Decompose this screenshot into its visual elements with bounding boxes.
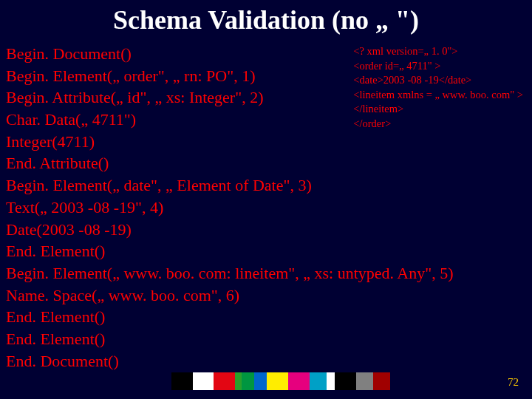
api-call-line: Begin. Element(„ www. boo. com: lineitem… bbox=[6, 262, 526, 284]
api-call-line: Text(„ 2003 -08 -19", 4) bbox=[6, 197, 526, 219]
xml-line: </lineitem> bbox=[353, 102, 523, 117]
api-call-line: End. Element() bbox=[6, 328, 526, 350]
color-segment bbox=[288, 372, 310, 390]
api-call-line: Integer(4711) bbox=[6, 131, 526, 153]
api-call-line: End. Attribute() bbox=[6, 152, 526, 174]
color-segment bbox=[193, 372, 214, 390]
xml-line: </order> bbox=[353, 117, 523, 132]
xml-line: <order id=„ 4711" > bbox=[353, 59, 523, 74]
color-bar bbox=[171, 372, 390, 390]
api-call-line: Begin. Element(„ date", „ Element of Dat… bbox=[6, 174, 526, 197]
api-call-line: End. Element() bbox=[6, 306, 526, 328]
api-call-line: End. Element() bbox=[6, 240, 526, 262]
xml-snippet: <? xml version=„ 1. 0"><order id=„ 4711"… bbox=[353, 44, 523, 131]
color-segment bbox=[267, 372, 288, 390]
color-segment bbox=[373, 372, 390, 390]
api-call-line: Date(2003 -08 -19) bbox=[6, 219, 526, 241]
color-segment bbox=[356, 372, 373, 390]
color-segment bbox=[214, 372, 235, 390]
color-segment bbox=[254, 372, 267, 390]
color-segment bbox=[171, 372, 193, 390]
slide-content: Begin. Document()Begin. Element(„ order"… bbox=[0, 43, 532, 372]
color-segment bbox=[310, 372, 327, 390]
xml-line: <date>2003 -08 -19</date> bbox=[353, 73, 523, 88]
xml-line: <lineitem xmlns = „ www. boo. com" > bbox=[353, 88, 523, 103]
xml-line: <? xml version=„ 1. 0"> bbox=[353, 44, 523, 59]
api-call-line: Name. Space(„ www. boo. com", 6) bbox=[6, 284, 526, 307]
api-call-line: End. Document() bbox=[6, 350, 526, 372]
color-segment bbox=[242, 372, 254, 390]
color-segment bbox=[327, 372, 335, 390]
slide-title: Schema Validation (no „ ") bbox=[0, 0, 532, 43]
page-number: 72 bbox=[508, 376, 519, 389]
color-segment bbox=[235, 372, 242, 390]
color-segment bbox=[335, 372, 356, 390]
